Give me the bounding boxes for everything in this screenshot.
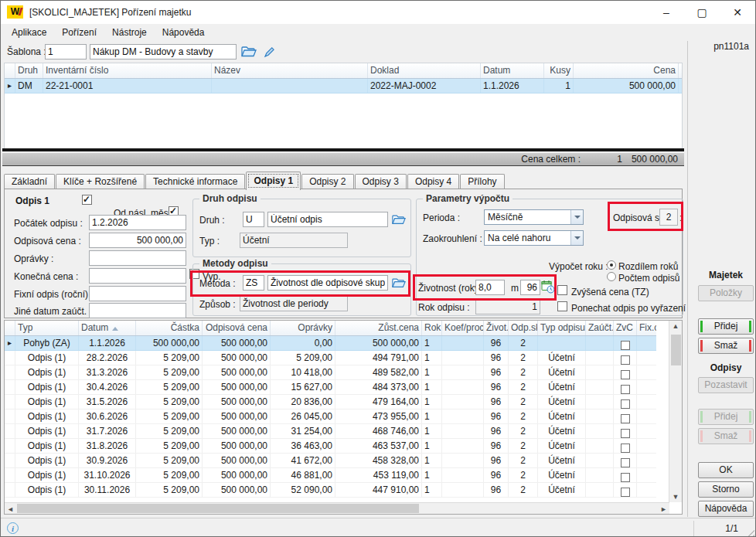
scroll-left-icon[interactable]: ◄ xyxy=(7,505,14,513)
table-row[interactable]: Odpis (1)31.3.20265 209,00500 000,0010 4… xyxy=(5,365,656,380)
tab-odpisy-3[interactable]: Odpisy 3 xyxy=(355,174,407,189)
odpisova-cena-input[interactable] xyxy=(89,233,186,248)
druh-folder-icon[interactable] xyxy=(390,212,408,227)
chevron-down-icon[interactable] xyxy=(570,210,583,224)
scroll-thumb[interactable] xyxy=(671,335,681,365)
column-header-koef-proc[interactable]: Koef/proc xyxy=(442,321,484,335)
table-row[interactable]: Odpis (1)31.10.20265 209,00500 000,0046 … xyxy=(5,468,656,483)
horizontal-scrollbar[interactable]: ◄ ► xyxy=(5,502,669,514)
scroll-up-icon[interactable]: ▲ xyxy=(669,322,682,330)
radio-rozdilem-roku[interactable] xyxy=(607,260,616,270)
column-header-doklad[interactable]: Doklad xyxy=(368,63,481,78)
fixni-odpis-input[interactable] xyxy=(89,286,186,301)
tab-odpisy-1[interactable]: Odpisy 1 xyxy=(246,172,301,190)
column-header-typ[interactable]: Typ xyxy=(15,321,79,335)
column-header-n-zev[interactable]: Název xyxy=(212,63,368,78)
zvc-checkbox[interactable] xyxy=(621,385,630,394)
menu-napoveda[interactable]: Nápověda xyxy=(155,25,213,40)
column-header-odpisov-cena[interactable]: Odpisová cena xyxy=(203,321,271,335)
column-header--stka[interactable]: Částka xyxy=(136,321,203,335)
ok-button[interactable]: OK xyxy=(698,462,754,478)
column-header-za-t-[interactable]: Zaúčt. xyxy=(586,321,614,335)
column-header-druh[interactable]: Druh xyxy=(15,63,43,78)
scroll-right-icon[interactable]: ► xyxy=(660,505,667,513)
napoveda-button[interactable]: Nápověda xyxy=(698,501,754,517)
smaz-odpis-button[interactable]: Smaž xyxy=(698,428,754,444)
zvc-checkbox[interactable] xyxy=(621,370,630,379)
column-header-z-st-cena[interactable]: Zůst.cena xyxy=(335,321,422,335)
table-row[interactable]: Odpis (1)31.8.20265 209,00500 000,0036 4… xyxy=(5,439,656,454)
menu-porizeni[interactable]: Pořízení xyxy=(54,25,104,40)
metoda-code-input[interactable] xyxy=(243,275,264,291)
zvc-checkbox[interactable] xyxy=(621,399,630,409)
zaokrouhleni-select[interactable]: Na celé nahoru xyxy=(484,230,584,246)
konecna-cena-input[interactable] xyxy=(89,268,186,284)
zvc-checkbox[interactable] xyxy=(621,488,630,497)
druh-code-input[interactable] xyxy=(243,212,264,227)
jine-datum-input[interactable] xyxy=(89,303,186,318)
odpis1-checkbox[interactable] xyxy=(82,195,92,205)
tab-technick-informace[interactable]: Technické informace xyxy=(145,174,245,189)
column-header-typ-odpisu[interactable]: Typ odpisu xyxy=(538,321,586,335)
column-header-odp-sk-[interactable]: Odp.sk. xyxy=(509,321,538,335)
zvysena-cena-checkbox[interactable] xyxy=(557,285,567,295)
open-folder-icon[interactable] xyxy=(240,44,258,59)
zvc-checkbox[interactable] xyxy=(621,444,630,453)
table-row[interactable]: Odpis (1)28.2.20265 209,00500 000,005 20… xyxy=(5,351,656,365)
radio-poctem-odpisu[interactable] xyxy=(607,272,616,281)
template-number-input[interactable] xyxy=(45,44,87,59)
zivotnost-mesicu-input[interactable] xyxy=(520,280,540,295)
pridej-button[interactable]: Přidej xyxy=(698,318,754,335)
zvc-checkbox[interactable] xyxy=(621,341,630,350)
column-header-fix-odp-[interactable]: Fix.odp. xyxy=(637,321,656,335)
zvc-checkbox[interactable] xyxy=(621,414,630,423)
column-header-invent-rn-slo[interactable]: Inventární číslo xyxy=(43,63,212,78)
edit-pencil-icon[interactable] xyxy=(260,44,278,59)
column-header-zvc[interactable]: ZvC xyxy=(614,321,637,335)
menu-aplikace[interactable]: Aplikace xyxy=(4,25,54,40)
smaz-button[interactable]: Smaž xyxy=(698,338,754,354)
polozky-button[interactable]: Položky xyxy=(698,285,754,301)
vertical-scrollbar[interactable]: ▲ ▼ xyxy=(669,321,682,502)
minimize-icon[interactable]: – xyxy=(649,1,684,24)
perioda-select[interactable]: Měsíčně xyxy=(484,209,584,225)
column-header-opr-vky[interactable]: Oprávky xyxy=(271,321,335,335)
calendar-clock-icon[interactable] xyxy=(540,279,556,294)
metoda-folder-icon[interactable] xyxy=(390,275,408,291)
tab-z-kladn-[interactable]: Základní xyxy=(4,174,55,189)
maximize-icon[interactable]: ▢ xyxy=(684,1,720,24)
chevron-down-icon[interactable] xyxy=(570,231,583,245)
table-row[interactable]: Odpis (1)31.5.20265 209,00500 000,0020 8… xyxy=(5,395,656,410)
info-icon[interactable]: i xyxy=(7,522,19,534)
pridej-odpis-button[interactable]: Přidej xyxy=(698,409,754,425)
scroll-thumb[interactable] xyxy=(17,504,419,513)
table-row[interactable]: Odpis (1)30.4.20265 209,00500 000,0015 6… xyxy=(5,380,656,395)
storno-button[interactable]: Storno xyxy=(698,481,754,498)
scroll-down-icon[interactable]: ▼ xyxy=(669,493,682,501)
table-row[interactable]: Odpis (1)30.6.20265 209,00500 000,0026 0… xyxy=(5,410,656,424)
druh-name-input[interactable] xyxy=(267,212,388,227)
column-header-cena[interactable]: Cena xyxy=(574,63,679,78)
table-row[interactable]: ▸DM22-21-00012022-MAJ-00021.1.20261500 0… xyxy=(5,79,682,93)
pocatek-input[interactable] xyxy=(89,215,186,230)
column-header-datum[interactable]: Datum xyxy=(481,63,544,78)
zvc-checkbox[interactable] xyxy=(621,458,630,467)
tab-kl-e-roz-en-[interactable]: Klíče + Rozšířené xyxy=(56,174,145,189)
menu-nastroje[interactable]: Nástroje xyxy=(104,25,155,40)
zivotnost-roky-input[interactable] xyxy=(475,280,505,295)
resize-grip[interactable] xyxy=(744,527,754,537)
ponechat-checkbox[interactable] xyxy=(557,301,567,311)
zvc-checkbox[interactable] xyxy=(621,355,630,365)
table-row[interactable]: Odpis (1)30.11.20265 209,00500 000,0052 … xyxy=(5,483,656,498)
metoda-name-input[interactable] xyxy=(267,275,388,291)
column-header--ivot-[interactable]: Život. xyxy=(484,321,509,335)
tab-odpisy-4[interactable]: Odpisy 4 xyxy=(407,174,459,189)
table-row[interactable]: ▸Pohyb (ZA)1.1.2026500 000,00500 000,000… xyxy=(5,336,656,351)
opravky-input[interactable] xyxy=(89,250,186,266)
pozastavit-button[interactable]: Pozastavit xyxy=(698,377,754,393)
column-header-rok[interactable]: Rok xyxy=(422,321,442,335)
tab-p-lohy[interactable]: Přílohy xyxy=(460,174,504,189)
close-icon[interactable]: ✕ xyxy=(720,1,755,24)
zvc-checkbox[interactable] xyxy=(621,429,630,438)
tab-odpisy-2[interactable]: Odpisy 2 xyxy=(301,174,353,189)
